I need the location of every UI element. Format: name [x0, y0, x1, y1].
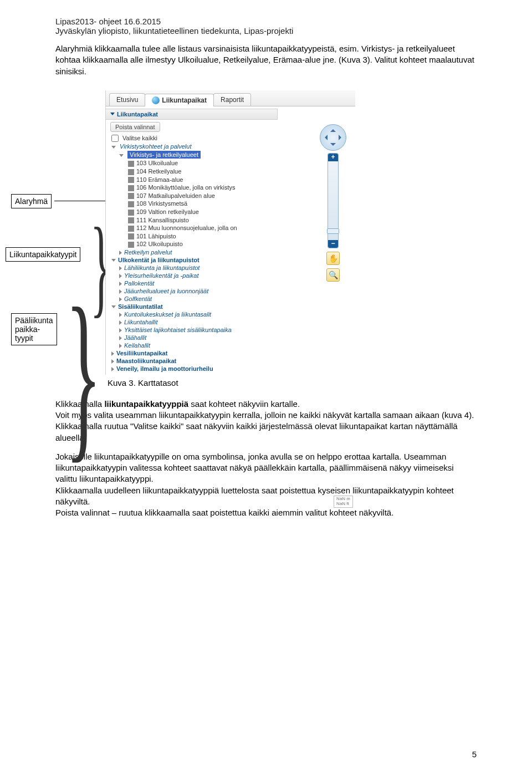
- type-row[interactable]: 103 Ulkoilualue: [106, 159, 278, 167]
- subcategory-label: Liikuntahallit: [124, 319, 158, 325]
- category-row[interactable]: Virkistyskohteet ja palvelut: [106, 142, 278, 150]
- type-row[interactable]: 106 Monikäyttöalue, jolla on virkistys: [106, 183, 278, 192]
- subcategory-row[interactable]: Jääurheilualueet ja luonnonjäät: [106, 287, 278, 295]
- chevron-right-icon: [111, 367, 114, 371]
- swatch-icon: [128, 177, 134, 183]
- chevron-down-icon: [119, 154, 124, 157]
- swatch-icon: [128, 161, 134, 167]
- category-label: Maastoliikuntapaikat: [116, 358, 176, 364]
- type-row[interactable]: 111 Kansallispuisto: [106, 216, 278, 225]
- arrow-left-icon: [322, 135, 328, 140]
- chevron-down-icon: [110, 113, 115, 115]
- brace-icon: }: [65, 280, 101, 468]
- callout-line1: Pääliikunta: [15, 316, 53, 325]
- zoom-slider[interactable]: + −: [328, 153, 339, 248]
- chevron-right-icon: [119, 336, 122, 340]
- subcategory-row[interactable]: Kuntoilukeskukset ja liikuntasalit: [106, 310, 278, 318]
- chevron-right-icon: [111, 359, 114, 364]
- header-line-1: Lipas2013- ohjeet 16.6.2015: [55, 17, 477, 26]
- type-row[interactable]: 108 Virkistysmetsä: [106, 200, 278, 208]
- chevron-down-icon: [111, 146, 116, 149]
- subcategory-row[interactable]: Lähiliikunta ja liikuntapuistot: [106, 264, 278, 272]
- subcategory-label: Golfkentät: [124, 295, 152, 302]
- subcategory-label: Keilahallit: [124, 342, 150, 349]
- type-row[interactable]: 104 Retkeilyalue: [106, 167, 278, 176]
- select-all-label: Valitse kaikki: [122, 135, 157, 141]
- subcategory-row[interactable]: Pallokentät: [106, 279, 278, 287]
- type-row[interactable]: 109 Valtion retkeilyalue: [106, 208, 278, 216]
- swatch-icon: [128, 201, 134, 207]
- swatch-icon: [128, 217, 134, 223]
- subcategory-row[interactable]: Yleisurheilukentät ja -paikat: [106, 272, 278, 279]
- arrow-right-icon: [339, 135, 344, 140]
- subcategory-row[interactable]: Retkeilyn palvelut: [106, 248, 278, 256]
- chevron-right-icon: [119, 266, 122, 271]
- tab-etusivu[interactable]: Etusivu: [109, 93, 145, 106]
- subcategory-selected[interactable]: Virkistys- ja retkeilyalueet: [106, 150, 278, 159]
- clear-selections-button[interactable]: Poista valinnat: [110, 122, 160, 132]
- category-row[interactable]: Veneily, ilmailu ja moottoriurheilu: [106, 365, 278, 373]
- type-label: 102 Ulkoilupuisto: [136, 241, 183, 247]
- swatch-icon: [128, 185, 134, 191]
- type-label: 107 Matkailupalveluiden alue: [136, 192, 215, 199]
- type-row[interactable]: 112 Muu luonnonsuojelualue, jolla on: [106, 224, 278, 232]
- side-panel: Liikuntapaikat Poista valinnat Valitse k…: [106, 106, 278, 375]
- zoom-handle[interactable]: [327, 228, 339, 234]
- chevron-right-icon: [119, 274, 122, 278]
- panel-heading[interactable]: Liikuntapaikat: [106, 109, 278, 120]
- zoom-in-button[interactable]: +: [328, 154, 338, 161]
- category-label: Sisäliikuntatilat: [118, 303, 163, 310]
- category-row[interactable]: Vesiliikuntapaikat: [106, 349, 278, 357]
- type-row[interactable]: 101 Lähipuisto: [106, 232, 278, 241]
- type-label: 106 Monikäyttöalue, jolla on virkistys: [136, 184, 236, 191]
- chevron-right-icon: [119, 289, 122, 294]
- subcategory-label: Yleisurheilukentät ja -paikat: [124, 272, 199, 279]
- body-paragraph-1: Klikkaamalla liikuntapaikkatyyppiä saat …: [55, 399, 477, 443]
- app-screenshot: Etusivu Liikuntapaikat Raportit Liikunta…: [105, 90, 355, 375]
- type-label: 101 Lähipuisto: [136, 233, 176, 239]
- swatch-icon: [128, 210, 134, 216]
- pan-control[interactable]: [320, 124, 346, 151]
- body-paragraph-3: Jokaiselle liikuntapaikkatyypille on oma…: [55, 451, 477, 519]
- hand-tool-button[interactable]: ✋: [326, 252, 340, 265]
- selected-subcategory-label: Virkistys- ja retkeilyalueet: [127, 151, 201, 159]
- subcategory-row[interactable]: Yksittäiset lajikohtaiset sisäliikuntapa…: [106, 326, 278, 334]
- subcategory-label: Jääurheilualueet ja luonnonjäät: [124, 288, 208, 294]
- subcategory-row[interactable]: Keilahallit: [106, 341, 278, 349]
- select-all-row[interactable]: Valitse kaikki: [106, 134, 278, 143]
- tab-liikuntapaikat[interactable]: Liikuntapaikat: [145, 94, 214, 106]
- scale-readout: NaN m NaN ft: [334, 496, 353, 508]
- category-row[interactable]: Sisäliikuntatilat: [106, 303, 278, 310]
- figure-caption: Kuva 3. Karttatasot: [108, 378, 477, 387]
- globe-icon: [152, 96, 160, 104]
- subcategory-row[interactable]: Jäähallit: [106, 334, 278, 341]
- chevron-right-icon: [119, 344, 122, 348]
- subcategory-row[interactable]: Liikuntahallit: [106, 318, 278, 326]
- identify-tool-button[interactable]: 🔍: [326, 268, 340, 282]
- category-label: Virkistyskohteet ja palvelut: [120, 143, 191, 150]
- zoom-out-button[interactable]: −: [328, 240, 338, 248]
- type-row[interactable]: 107 Matkailupalveluiden alue: [106, 192, 278, 200]
- page-number: 5: [472, 749, 477, 759]
- chevron-right-icon: [119, 320, 122, 325]
- swatch-icon: [128, 233, 134, 239]
- callout-paaliikunta: Pääliikunta paikka- tyypit: [11, 313, 57, 345]
- callout-liikuntapaikkatyypit: Liikuntapaikkatyypit: [6, 247, 80, 262]
- swatch-icon: [128, 169, 134, 175]
- chevron-right-icon: [111, 351, 114, 356]
- category-row[interactable]: Ulkokentät ja liikuntapuistot: [106, 256, 278, 264]
- header-line-2: Jyväskylän yliopisto, liikuntatieteellin…: [55, 26, 477, 35]
- tab-label: Liikuntapaikat: [162, 96, 207, 104]
- type-label: 111 Kansallispuisto: [136, 217, 189, 223]
- body-paragraph-2: Voit myös valita useamman liikuntapaikka…: [55, 410, 474, 442]
- select-all-checkbox[interactable]: [111, 135, 119, 142]
- category-row[interactable]: Maastoliikuntapaikat: [106, 357, 278, 365]
- bold-text: liikuntapaikkatyyppiä: [104, 399, 188, 409]
- tab-raportit[interactable]: Raportit: [213, 93, 251, 106]
- type-row[interactable]: 110 Erämaa-alue: [106, 176, 278, 184]
- type-label: 109 Valtion retkeilyalue: [136, 208, 199, 215]
- subcategory-row[interactable]: Golfkentät: [106, 295, 278, 303]
- type-row[interactable]: 102 Ulkoilupuisto: [106, 240, 278, 248]
- subcategory-label: Yksittäiset lajikohtaiset sisäliikuntapa…: [124, 327, 232, 333]
- subcategory-label: Kuntoilukeskukset ja liikuntasalit: [124, 311, 211, 318]
